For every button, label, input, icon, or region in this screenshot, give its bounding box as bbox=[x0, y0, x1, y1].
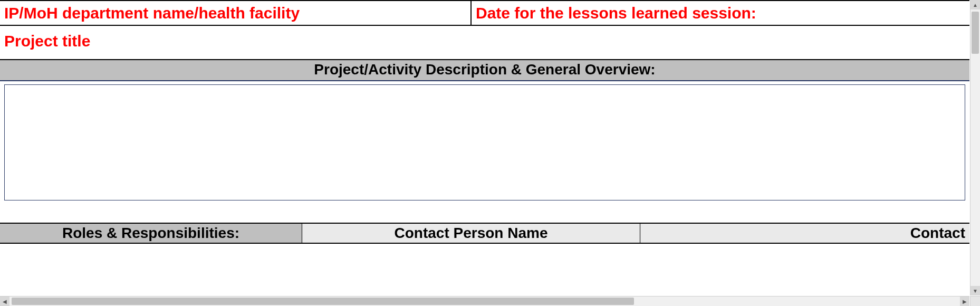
section-header-cell[interactable]: Project/Activity Description & General O… bbox=[0, 59, 969, 81]
spacer bbox=[0, 200, 969, 223]
scroll-left-button[interactable]: ◀ bbox=[0, 297, 9, 306]
spreadsheet-viewport: IP/MoH department name/health facility D… bbox=[0, 0, 980, 306]
project-title-label: Project title bbox=[4, 32, 90, 50]
vertical-scrollbar[interactable]: ▲ ▼ bbox=[970, 0, 980, 295]
worksheet-area: IP/MoH department name/health facility D… bbox=[0, 0, 969, 295]
horizontal-scroll-thumb[interactable] bbox=[12, 298, 634, 305]
department-cell[interactable]: IP/MoH department name/health facility bbox=[0, 1, 472, 25]
contact-info-header-text: Contact bbox=[910, 225, 965, 241]
department-label: IP/MoH department name/health facility bbox=[4, 4, 300, 22]
scroll-right-button[interactable]: ▶ bbox=[960, 297, 969, 306]
date-cell[interactable]: Date for the lessons learned session: bbox=[472, 1, 969, 25]
scrollbar-corner bbox=[970, 296, 980, 306]
columns-header-row: Roles & Responsibilities: Contact Person… bbox=[0, 223, 969, 244]
contact-info-header-cell[interactable]: Contact bbox=[640, 224, 969, 243]
header-row: IP/MoH department name/health facility D… bbox=[0, 0, 969, 26]
scroll-down-button[interactable]: ▼ bbox=[971, 286, 980, 295]
contact-name-header-cell[interactable]: Contact Person Name bbox=[302, 224, 640, 243]
description-input-area[interactable] bbox=[4, 84, 965, 200]
vertical-scroll-thumb[interactable] bbox=[972, 12, 979, 54]
project-title-cell[interactable]: Project title bbox=[0, 26, 969, 59]
date-label: Date for the lessons learned session: bbox=[476, 4, 756, 22]
roles-header-cell[interactable]: Roles & Responsibilities: bbox=[0, 224, 302, 243]
roles-header-text: Roles & Responsibilities: bbox=[62, 225, 239, 241]
horizontal-scrollbar[interactable]: ◀ ▶ bbox=[0, 296, 969, 306]
contact-name-header-text: Contact Person Name bbox=[395, 225, 548, 241]
scroll-up-button[interactable]: ▲ bbox=[971, 0, 980, 9]
section-header-text: Project/Activity Description & General O… bbox=[314, 61, 655, 78]
